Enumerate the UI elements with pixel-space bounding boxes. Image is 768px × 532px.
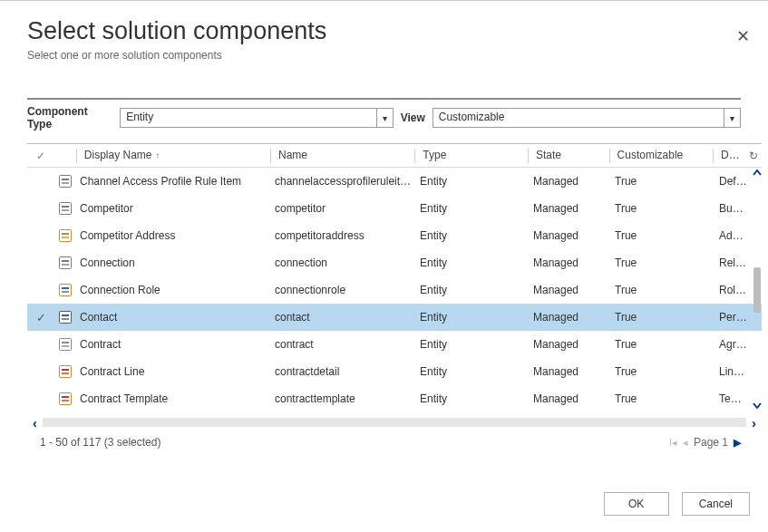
component-type-select[interactable]: Entity ▾ — [120, 108, 393, 128]
ok-button[interactable]: OK — [604, 492, 669, 516]
cell-state: Managed — [530, 311, 611, 324]
col-display-name[interactable]: Display Name↑ — [76, 149, 270, 163]
component-type-value: Entity — [126, 111, 153, 123]
svg-rect-17 — [62, 318, 69, 320]
view-label: View — [401, 111, 425, 124]
col-customizable[interactable]: Customizable — [609, 149, 714, 163]
col-name[interactable]: Name — [270, 149, 414, 163]
cell-name: competitoraddress — [271, 229, 416, 242]
svg-rect-14 — [62, 291, 69, 293]
address-icon — [54, 228, 76, 243]
cell-description: Relatio — [715, 256, 752, 269]
header-divider — [27, 98, 741, 100]
dialog-title: Select solution components — [27, 17, 741, 45]
svg-rect-8 — [62, 237, 69, 238]
cell-type: Entity — [416, 202, 530, 215]
cell-name: contractdetail — [271, 365, 416, 378]
cell-description: Templa — [715, 392, 752, 405]
svg-rect-20 — [62, 345, 69, 347]
cell-type: Entity — [416, 175, 530, 188]
competitor-icon — [54, 201, 76, 216]
table-row[interactable]: Channel Access Profile Rule Item channel… — [27, 168, 762, 195]
dialog-subtitle: Select one or more solution components — [27, 49, 741, 62]
cell-customizable: True — [611, 202, 715, 215]
scroll-up-icon[interactable] — [753, 168, 762, 180]
svg-rect-9 — [60, 257, 72, 269]
scroll-right-icon[interactable]: › — [746, 415, 762, 430]
svg-rect-13 — [62, 287, 69, 289]
table-row[interactable]: ✓ Contact contact Entity Managed True Pe… — [27, 304, 762, 331]
table-row[interactable]: Contract Template contracttemplate Entit… — [27, 385, 762, 412]
contract-line-icon — [54, 364, 76, 379]
cell-customizable: True — [611, 392, 715, 405]
cell-name: contact — [271, 311, 416, 324]
connection-icon — [54, 256, 76, 270]
cell-name: contract — [271, 338, 416, 351]
table-row[interactable]: Competitor Address competitoraddress Ent… — [27, 222, 762, 249]
close-icon[interactable]: ✕ — [736, 26, 750, 46]
contract-template-icon — [54, 392, 76, 406]
scroll-track[interactable] — [43, 418, 746, 427]
cell-display-name: Channel Access Profile Rule Item — [76, 175, 271, 188]
cell-state: Managed — [530, 392, 611, 405]
next-page-icon[interactable]: ▶ — [734, 437, 741, 449]
select-all-checkbox[interactable]: ✓ — [27, 150, 54, 162]
cell-state: Managed — [530, 365, 611, 378]
prev-page-icon[interactable]: ◂ — [683, 437, 688, 449]
grid-header: ✓ Display Name↑ Name Type State Customiz… — [27, 144, 762, 168]
cell-description: Agreer — [715, 338, 752, 351]
cell-display-name: Connection — [76, 256, 271, 269]
svg-rect-1 — [62, 179, 69, 180]
first-page-icon[interactable]: I◂ — [669, 437, 677, 449]
cell-state: Managed — [530, 338, 611, 351]
col-description[interactable]: Desc — [713, 149, 749, 163]
svg-rect-15 — [60, 312, 72, 324]
row-checkbox[interactable]: ✓ — [27, 311, 54, 324]
cancel-button[interactable]: Cancel — [682, 492, 750, 516]
cell-state: Managed — [530, 256, 611, 269]
cell-name: competitor — [271, 202, 416, 215]
sort-asc-icon: ↑ — [156, 150, 160, 160]
col-state[interactable]: State — [528, 149, 609, 163]
cell-customizable: True — [611, 229, 715, 242]
scroll-down-icon[interactable] — [753, 400, 762, 412]
page-label: Page 1 — [694, 436, 728, 449]
chevron-down-icon: ▾ — [376, 109, 393, 127]
cell-name: contracttemplate — [271, 392, 416, 405]
view-select[interactable]: Customizable ▾ — [433, 108, 741, 128]
view-value: Customizable — [439, 111, 505, 123]
table-row[interactable]: Connection connection Entity Managed Tru… — [27, 249, 762, 276]
scroll-thumb[interactable] — [753, 267, 761, 313]
svg-rect-26 — [62, 400, 69, 401]
vertical-scrollbar[interactable] — [751, 168, 763, 412]
svg-rect-19 — [62, 342, 69, 343]
refresh-icon[interactable]: ↻ — [749, 150, 758, 162]
cell-customizable: True — [611, 311, 715, 324]
svg-rect-25 — [62, 396, 69, 398]
cell-name: channelaccessprofileruleite... — [271, 175, 416, 188]
table-row[interactable]: Contract Line contractdetail Entity Mana… — [27, 358, 762, 385]
horizontal-scrollbar[interactable]: ‹ › — [27, 414, 762, 430]
cell-type: Entity — [416, 284, 530, 296]
cell-type: Entity — [416, 311, 530, 324]
svg-rect-0 — [60, 176, 72, 188]
cell-customizable: True — [611, 338, 715, 351]
cell-description: Line ite — [715, 365, 752, 378]
table-row[interactable]: Contract contract Entity Managed True Ag… — [27, 331, 762, 358]
cell-description: Busine — [715, 202, 752, 215]
svg-rect-22 — [62, 369, 69, 371]
cell-state: Managed — [530, 175, 611, 188]
cell-description: Role de — [715, 284, 752, 296]
table-row[interactable]: Connection Role connectionrole Entity Ma… — [27, 276, 762, 304]
svg-rect-3 — [60, 203, 72, 215]
col-type[interactable]: Type — [414, 149, 528, 163]
cell-state: Managed — [530, 284, 611, 296]
cell-type: Entity — [416, 365, 530, 378]
cell-display-name: Competitor — [76, 202, 271, 215]
cell-type: Entity — [416, 392, 530, 405]
cell-description: Additic — [715, 229, 752, 242]
cell-type: Entity — [416, 229, 530, 242]
table-row[interactable]: Competitor competitor Entity Managed Tru… — [27, 195, 762, 222]
scroll-left-icon[interactable]: ‹ — [27, 415, 43, 430]
cell-type: Entity — [416, 256, 530, 269]
